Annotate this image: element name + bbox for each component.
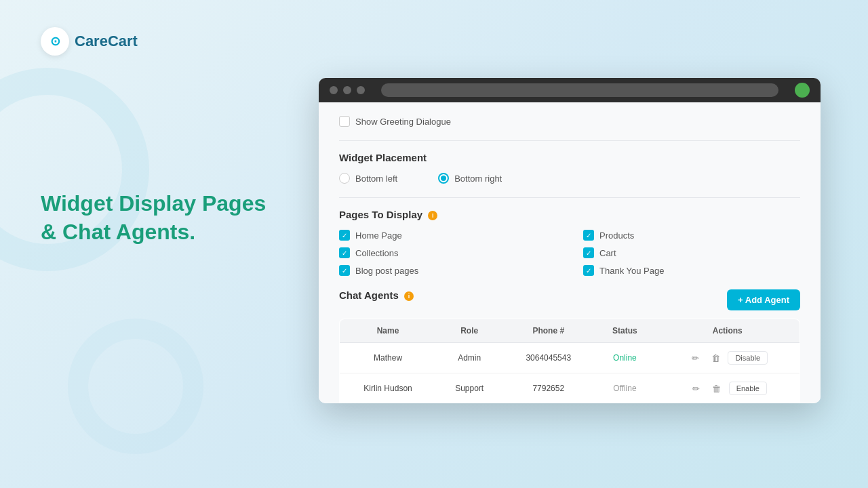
greeting-label: Show Greeting Dialogue [355, 117, 451, 127]
logo-icon: ⊙ [41, 27, 69, 56]
blog-checkbox[interactable]: ✓ [339, 265, 350, 276]
divider-1 [339, 140, 800, 141]
radio-right-label: Bottom right [454, 174, 502, 184]
agent-actions: ✏ 🗑 Enable [656, 373, 800, 403]
enable-button[interactable]: Enable [729, 382, 767, 395]
table-row: Mathew Admin 3064045543 Online ✏ 🗑 Disab… [340, 343, 800, 373]
page-option-products[interactable]: ✓ Products [583, 230, 800, 241]
greeting-checkbox[interactable] [339, 116, 350, 127]
agent-name: Kirlin Hudson [340, 373, 437, 403]
browser-content: Show Greeting Dialogue Widget Placement … [319, 102, 821, 403]
greeting-row[interactable]: Show Greeting Dialogue [339, 116, 800, 127]
col-role: Role [436, 319, 502, 343]
trash-icon[interactable]: 🗑 [709, 380, 725, 396]
products-label: Products [599, 230, 634, 241]
action-icons: ✏ 🗑 Enable [664, 380, 791, 396]
status-badge: Offline [613, 384, 636, 393]
thankyou-label: Thank You Page [599, 266, 664, 276]
cart-checkbox[interactable]: ✓ [583, 247, 594, 258]
agents-section: Chat Agents i + Add Agent Name Role Phon… [339, 289, 800, 403]
radio-right-input[interactable] [438, 173, 449, 184]
placement-title: Widget Placement [339, 152, 800, 163]
agent-role: Support [436, 373, 502, 403]
collections-checkbox[interactable]: ✓ [339, 247, 350, 258]
radio-bottom-left[interactable]: Bottom left [339, 173, 397, 184]
status-badge: Online [613, 353, 637, 363]
radio-left-input[interactable] [339, 173, 350, 184]
thankyou-checkbox[interactable]: ✓ [583, 265, 594, 276]
page-option-cart[interactable]: ✓ Cart [583, 247, 800, 258]
add-agent-button[interactable]: + Add Agent [727, 289, 800, 310]
col-actions: Actions [656, 319, 800, 343]
radio-bottom-right[interactable]: Bottom right [438, 173, 502, 184]
agent-actions: ✏ 🗑 Disable [656, 343, 800, 373]
logo-text: CareCart [75, 33, 138, 50]
browser-avatar [795, 83, 810, 98]
address-bar[interactable] [381, 83, 778, 97]
agents-title: Chat Agents i [339, 289, 414, 301]
page-option-collections[interactable]: ✓ Collections [339, 247, 556, 258]
agent-name: Mathew [340, 343, 437, 373]
radio-left-label: Bottom left [355, 174, 397, 184]
blog-label: Blog post pages [355, 266, 418, 276]
collections-label: Collections [355, 248, 399, 258]
agents-table: Name Role Phone # Status Actions Mathew … [339, 319, 800, 403]
window-dot-3 [357, 86, 365, 94]
page-option-thankyou[interactable]: ✓ Thank You Page [583, 265, 800, 276]
disable-button[interactable]: Disable [728, 351, 768, 365]
table-header-row: Name Role Phone # Status Actions [340, 319, 800, 343]
products-checkbox[interactable]: ✓ [583, 230, 594, 241]
browser-window: Show Greeting Dialogue Widget Placement … [319, 78, 821, 403]
pages-section: Pages To Display i ✓ Home Page ✓ Product… [339, 209, 800, 276]
home-checkbox[interactable]: ✓ [339, 230, 350, 241]
window-dot-2 [343, 86, 351, 94]
agent-phone: 7792652 [502, 373, 594, 403]
edit-icon[interactable]: ✏ [688, 380, 705, 396]
placement-section: Widget Placement Bottom left Bottom righ… [339, 152, 800, 184]
table-head: Name Role Phone # Status Actions [340, 319, 800, 343]
browser-titlebar [319, 78, 821, 102]
divider-2 [339, 197, 800, 198]
headline: Widget Display Pages & Chat Agents. [41, 190, 266, 246]
pages-grid: ✓ Home Page ✓ Products ✓ Collections ✓ C… [339, 230, 800, 276]
agents-header: Chat Agents i + Add Agent [339, 289, 800, 310]
bg-decoration-2 [68, 319, 203, 454]
pages-info-icon: i [428, 211, 437, 220]
page-option-home[interactable]: ✓ Home Page [339, 230, 556, 241]
agents-info-icon: i [404, 291, 414, 301]
table-row: Kirlin Hudson Support 7792652 Offline ✏ … [340, 373, 800, 403]
trash-icon[interactable]: 🗑 [707, 350, 724, 366]
cart-label: Cart [599, 248, 616, 258]
logo-area: ⊙ CareCart [41, 27, 138, 56]
placement-options: Bottom left Bottom right [339, 173, 800, 184]
col-status: Status [594, 319, 655, 343]
agent-phone: 3064045543 [502, 343, 594, 373]
col-name: Name [340, 319, 437, 343]
window-dot-1 [330, 86, 338, 94]
home-label: Home Page [355, 230, 402, 241]
agent-status: Online [594, 343, 655, 373]
action-icons: ✏ 🗑 Disable [664, 350, 791, 366]
page-option-blog[interactable]: ✓ Blog post pages [339, 265, 556, 276]
headline-text: Widget Display Pages & Chat Agents. [41, 190, 266, 246]
table-body: Mathew Admin 3064045543 Online ✏ 🗑 Disab… [340, 343, 800, 403]
agent-status: Offline [594, 373, 655, 403]
agent-role: Admin [436, 343, 502, 373]
pages-title: Pages To Display i [339, 209, 800, 220]
edit-icon[interactable]: ✏ [687, 350, 703, 366]
col-phone: Phone # [502, 319, 594, 343]
